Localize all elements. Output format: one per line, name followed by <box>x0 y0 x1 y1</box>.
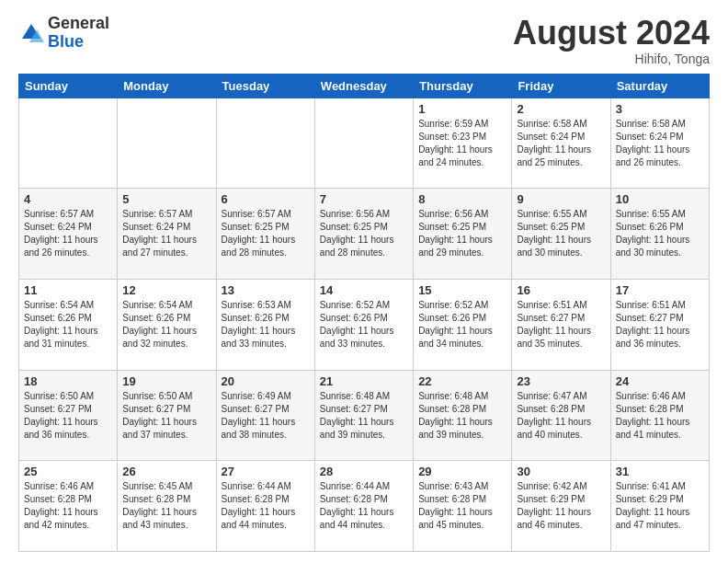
logo-icon <box>18 20 44 46</box>
day-info: Sunrise: 6:47 AM Sunset: 6:28 PM Dayligh… <box>517 390 605 442</box>
calendar-cell <box>118 98 216 189</box>
day-info: Sunrise: 6:55 AM Sunset: 6:26 PM Dayligh… <box>616 208 704 259</box>
day-info: Sunrise: 6:43 AM Sunset: 6:28 PM Dayligh… <box>418 480 506 532</box>
calendar-cell: 25Sunrise: 6:46 AM Sunset: 6:28 PM Dayli… <box>19 461 118 552</box>
day-number: 17 <box>616 283 704 297</box>
day-number: 7 <box>320 192 408 206</box>
day-number: 20 <box>222 374 310 388</box>
col-tuesday: Tuesday <box>216 74 314 98</box>
calendar-cell: 5Sunrise: 6:57 AM Sunset: 6:24 PM Daylig… <box>118 189 216 280</box>
day-number: 16 <box>517 283 605 297</box>
col-sunday: Sunday <box>19 74 118 98</box>
day-info: Sunrise: 6:53 AM Sunset: 6:26 PM Dayligh… <box>222 299 310 350</box>
calendar-cell <box>19 98 118 189</box>
title-block: August 2024 Hihifo, Tonga <box>513 15 710 66</box>
day-info: Sunrise: 6:45 AM Sunset: 6:28 PM Dayligh… <box>122 480 210 532</box>
calendar-cell: 17Sunrise: 6:51 AM Sunset: 6:27 PM Dayli… <box>610 279 709 370</box>
day-info: Sunrise: 6:49 AM Sunset: 6:27 PM Dayligh… <box>222 390 310 442</box>
calendar-cell: 24Sunrise: 6:46 AM Sunset: 6:28 PM Dayli… <box>610 370 709 461</box>
day-info: Sunrise: 6:48 AM Sunset: 6:27 PM Dayligh… <box>320 390 408 442</box>
calendar-cell: 10Sunrise: 6:55 AM Sunset: 6:26 PM Dayli… <box>610 189 709 280</box>
logo-blue: Blue <box>48 32 84 51</box>
day-number: 26 <box>122 465 210 478</box>
calendar-cell: 14Sunrise: 6:52 AM Sunset: 6:26 PM Dayli… <box>314 279 413 370</box>
calendar-cell: 15Sunrise: 6:52 AM Sunset: 6:26 PM Dayli… <box>414 279 512 370</box>
calendar-cell: 1Sunrise: 6:59 AM Sunset: 6:23 PM Daylig… <box>414 98 512 189</box>
day-number: 28 <box>320 465 408 478</box>
day-info: Sunrise: 6:54 AM Sunset: 6:26 PM Dayligh… <box>122 299 210 350</box>
calendar-cell: 28Sunrise: 6:44 AM Sunset: 6:28 PM Dayli… <box>314 461 413 552</box>
month-title: August 2024 <box>513 15 710 52</box>
day-info: Sunrise: 6:42 AM Sunset: 6:29 PM Dayligh… <box>517 480 605 532</box>
day-number: 29 <box>418 465 506 478</box>
day-number: 9 <box>517 192 605 206</box>
day-info: Sunrise: 6:54 AM Sunset: 6:26 PM Dayligh… <box>24 299 112 350</box>
location: Hihifo, Tonga <box>513 52 710 66</box>
day-info: Sunrise: 6:59 AM Sunset: 6:23 PM Dayligh… <box>418 118 506 169</box>
day-number: 3 <box>616 102 704 116</box>
calendar-cell: 18Sunrise: 6:50 AM Sunset: 6:27 PM Dayli… <box>19 370 118 461</box>
day-info: Sunrise: 6:44 AM Sunset: 6:28 PM Dayligh… <box>222 480 310 532</box>
logo-general: General <box>48 14 109 32</box>
day-number: 8 <box>418 192 506 206</box>
day-number: 23 <box>517 374 605 388</box>
day-number: 30 <box>517 465 605 478</box>
calendar-cell: 4Sunrise: 6:57 AM Sunset: 6:24 PM Daylig… <box>19 189 118 280</box>
day-number: 10 <box>616 192 704 206</box>
col-wednesday: Wednesday <box>314 74 413 98</box>
header-row: Sunday Monday Tuesday Wednesday Thursday… <box>19 74 710 98</box>
calendar-cell: 19Sunrise: 6:50 AM Sunset: 6:27 PM Dayli… <box>118 370 216 461</box>
page: General Blue August 2024 Hihifo, Tonga S… <box>0 0 728 563</box>
col-saturday: Saturday <box>610 74 709 98</box>
day-info: Sunrise: 6:46 AM Sunset: 6:28 PM Dayligh… <box>24 480 112 532</box>
col-monday: Monday <box>118 74 216 98</box>
day-info: Sunrise: 6:57 AM Sunset: 6:24 PM Dayligh… <box>122 208 210 259</box>
day-info: Sunrise: 6:44 AM Sunset: 6:28 PM Dayligh… <box>320 480 408 532</box>
day-number: 21 <box>320 374 408 388</box>
calendar-cell: 21Sunrise: 6:48 AM Sunset: 6:27 PM Dayli… <box>314 370 413 461</box>
day-number: 13 <box>222 283 310 297</box>
calendar: Sunday Monday Tuesday Wednesday Thursday… <box>18 74 710 552</box>
week-row-2: 4Sunrise: 6:57 AM Sunset: 6:24 PM Daylig… <box>19 189 710 280</box>
day-info: Sunrise: 6:58 AM Sunset: 6:24 PM Dayligh… <box>616 118 704 169</box>
week-row-5: 25Sunrise: 6:46 AM Sunset: 6:28 PM Dayli… <box>19 461 710 552</box>
calendar-cell: 7Sunrise: 6:56 AM Sunset: 6:25 PM Daylig… <box>314 189 413 280</box>
day-number: 2 <box>517 102 605 116</box>
day-info: Sunrise: 6:57 AM Sunset: 6:25 PM Dayligh… <box>222 208 310 259</box>
day-info: Sunrise: 6:57 AM Sunset: 6:24 PM Dayligh… <box>24 208 112 259</box>
day-info: Sunrise: 6:56 AM Sunset: 6:25 PM Dayligh… <box>418 208 506 259</box>
day-info: Sunrise: 6:50 AM Sunset: 6:27 PM Dayligh… <box>24 390 112 442</box>
day-number: 6 <box>222 192 310 206</box>
calendar-cell: 11Sunrise: 6:54 AM Sunset: 6:26 PM Dayli… <box>19 279 118 370</box>
day-number: 1 <box>418 102 506 116</box>
day-info: Sunrise: 6:58 AM Sunset: 6:24 PM Dayligh… <box>517 118 605 169</box>
calendar-cell: 2Sunrise: 6:58 AM Sunset: 6:24 PM Daylig… <box>512 98 610 189</box>
week-row-3: 11Sunrise: 6:54 AM Sunset: 6:26 PM Dayli… <box>19 279 710 370</box>
calendar-cell: 20Sunrise: 6:49 AM Sunset: 6:27 PM Dayli… <box>216 370 314 461</box>
day-number: 24 <box>616 374 704 388</box>
calendar-cell: 23Sunrise: 6:47 AM Sunset: 6:28 PM Dayli… <box>512 370 610 461</box>
calendar-cell: 26Sunrise: 6:45 AM Sunset: 6:28 PM Dayli… <box>118 461 216 552</box>
logo-text: General Blue <box>48 15 109 52</box>
week-row-1: 1Sunrise: 6:59 AM Sunset: 6:23 PM Daylig… <box>19 98 710 189</box>
day-number: 11 <box>24 283 112 297</box>
day-info: Sunrise: 6:52 AM Sunset: 6:26 PM Dayligh… <box>418 299 506 350</box>
day-number: 14 <box>320 283 408 297</box>
day-info: Sunrise: 6:46 AM Sunset: 6:28 PM Dayligh… <box>616 390 704 442</box>
day-number: 5 <box>122 192 210 206</box>
day-number: 27 <box>222 465 310 478</box>
calendar-cell: 16Sunrise: 6:51 AM Sunset: 6:27 PM Dayli… <box>512 279 610 370</box>
day-info: Sunrise: 6:56 AM Sunset: 6:25 PM Dayligh… <box>320 208 408 259</box>
week-row-4: 18Sunrise: 6:50 AM Sunset: 6:27 PM Dayli… <box>19 370 710 461</box>
day-number: 22 <box>418 374 506 388</box>
day-number: 4 <box>24 192 112 206</box>
header: General Blue August 2024 Hihifo, Tonga <box>18 15 710 66</box>
calendar-cell: 6Sunrise: 6:57 AM Sunset: 6:25 PM Daylig… <box>216 189 314 280</box>
calendar-cell: 27Sunrise: 6:44 AM Sunset: 6:28 PM Dayli… <box>216 461 314 552</box>
calendar-cell: 3Sunrise: 6:58 AM Sunset: 6:24 PM Daylig… <box>610 98 709 189</box>
day-info: Sunrise: 6:48 AM Sunset: 6:28 PM Dayligh… <box>418 390 506 442</box>
calendar-cell: 13Sunrise: 6:53 AM Sunset: 6:26 PM Dayli… <box>216 279 314 370</box>
day-number: 15 <box>418 283 506 297</box>
day-number: 25 <box>24 465 112 478</box>
col-friday: Friday <box>512 74 610 98</box>
